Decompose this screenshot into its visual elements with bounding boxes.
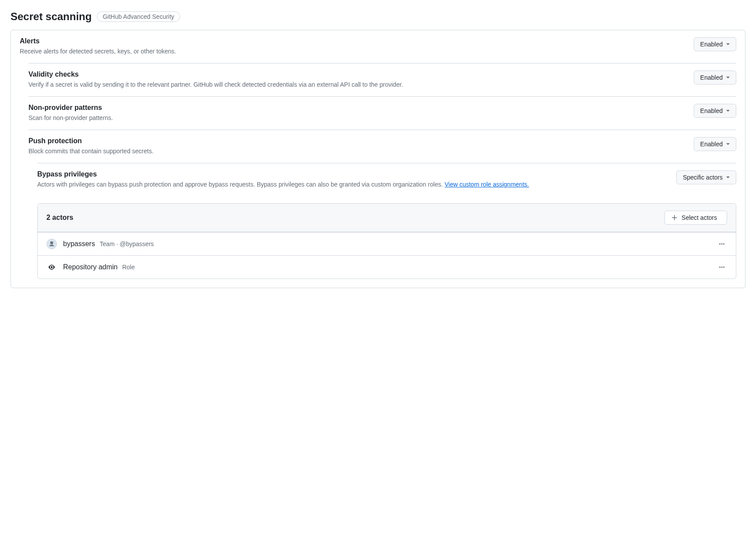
actor-menu-button[interactable] [717,262,727,272]
actor-meta: Team · @bypassers [99,240,154,247]
settings-panel: Alerts Receive alerts for detected secre… [11,30,745,288]
validity-checks-content: Validity checks Verify if a secret is va… [28,71,685,89]
alerts-status-dropdown[interactable]: Enabled [694,37,736,51]
validity-checks-status-label: Enabled [700,74,723,81]
team-avatar-icon [46,239,57,249]
actor-row-bypassers: bypassers Team · @bypassers [38,232,736,255]
actor-info: Repository admin Role [63,263,135,271]
push-protection-title: Push protection [28,137,685,145]
chevron-down-icon [726,110,730,112]
validity-checks-description: Verify if a secret is valid by sending i… [28,80,685,89]
non-provider-patterns-description: Scan for non-provider patterns. [28,113,685,123]
chevron-down-icon [726,143,730,145]
actor-left: bypassers Team · @bypassers [46,239,154,249]
actor-row-repository-admin: Repository admin Role [38,255,736,279]
actors-count-label: 2 actors [46,214,73,222]
plus-icon [671,214,678,221]
alerts-status-label: Enabled [700,41,723,48]
section-title: Secret scanning [11,11,92,23]
push-protection-status-label: Enabled [700,141,723,148]
actors-header: 2 actors Select actors [38,204,736,232]
validity-checks-setting: Validity checks Verify if a secret is va… [28,63,736,96]
actor-name: Repository admin [63,263,118,271]
push-protection-status-dropdown[interactable]: Enabled [694,137,736,151]
bypass-privileges-setting: Bypass privileges Actors with privileges… [37,163,736,196]
non-provider-patterns-setting: Non-provider patterns Scan for non-provi… [28,96,736,130]
chevron-down-icon [726,77,730,78]
alerts-title: Alerts [20,37,685,45]
validity-checks-title: Validity checks [28,71,685,78]
non-provider-patterns-status-dropdown[interactable]: Enabled [694,104,736,118]
non-provider-patterns-status-label: Enabled [700,107,723,114]
kebab-icon [718,264,725,271]
select-actors-button[interactable]: Select actors [664,211,727,225]
actor-name: bypassers [63,240,95,247]
eye-icon [46,263,57,271]
non-provider-patterns-title: Non-provider patterns [28,104,685,112]
push-protection-setting: Push protection Block commits that conta… [28,130,736,163]
push-protection-content: Push protection Block commits that conta… [28,137,685,156]
chevron-down-icon [726,43,730,45]
validity-checks-status-dropdown[interactable]: Enabled [694,71,736,85]
bypass-privileges-status-dropdown[interactable]: Specific actors [676,170,736,184]
select-actors-label: Select actors [682,214,717,221]
actor-left: Repository admin Role [46,263,135,271]
bypass-privileges-description: Actors with privileges can bypass push p… [37,180,668,189]
chevron-down-icon [726,176,730,178]
alerts-description: Receive alerts for detected secrets, key… [20,47,685,56]
actor-menu-button[interactable] [717,239,727,249]
bypass-privileges-status-label: Specific actors [683,174,723,181]
alerts-content: Alerts Receive alerts for detected secre… [20,37,685,56]
advanced-security-badge: GitHub Advanced Security [97,11,180,22]
section-header: Secret scanning GitHub Advanced Security [11,11,745,23]
push-protection-description: Block commits that contain supported sec… [28,147,685,156]
actor-meta: Role [122,264,135,271]
alerts-setting: Alerts Receive alerts for detected secre… [11,30,745,63]
kebab-icon [718,240,725,247]
bypass-privileges-content: Bypass privileges Actors with privileges… [37,170,668,189]
non-provider-patterns-content: Non-provider patterns Scan for non-provi… [28,104,685,123]
bypass-privileges-title: Bypass privileges [37,170,668,178]
actor-info: bypassers Team · @bypassers [63,240,154,248]
actors-box: 2 actors Select actors bypassers Team · … [37,203,736,279]
view-custom-role-assignments-link[interactable]: View custom role assignments. [445,181,529,188]
